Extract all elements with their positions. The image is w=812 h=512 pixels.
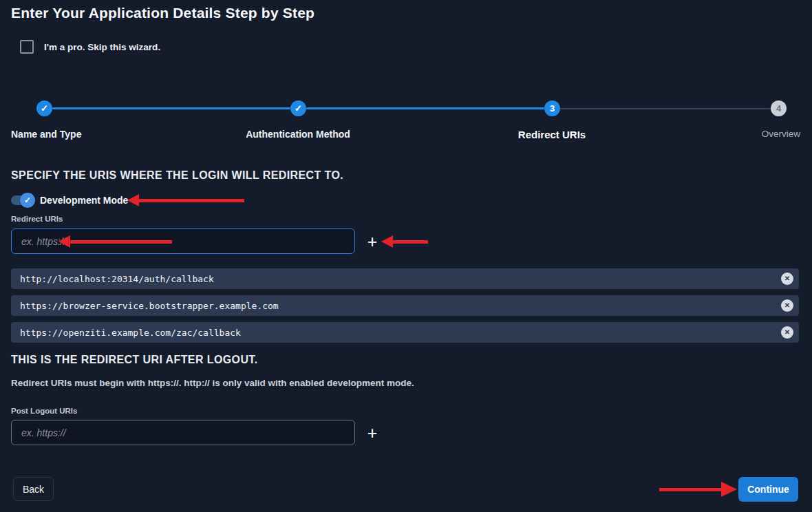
remove-uri-button[interactable]: ✕ [781,326,793,339]
post-logout-uri-input[interactable] [11,420,355,445]
continue-button[interactable]: Continue [738,477,798,502]
close-icon: ✕ [784,275,790,282]
arrow-head-icon [127,194,139,206]
skip-wizard-label: I'm a pro. Skip this wizard. [44,42,160,52]
arrow-tail [393,240,428,244]
step-3-label: Redirect URIs [518,129,586,140]
uri-row: https://browzer-service.bootstrapper.exa… [11,295,799,316]
close-icon: ✕ [784,302,790,309]
redirect-section-heading: SPECIFY THE URIS WHERE THE LOGIN WILL RE… [11,169,343,182]
page-title: Enter Your Application Details Step by S… [11,5,314,21]
step-number: 4 [776,104,781,113]
plus-icon: + [367,425,378,442]
development-mode-label: Development Mode [40,195,128,206]
skip-wizard-row: I'm a pro. Skip this wizard. [20,40,160,54]
step-number: 3 [550,104,555,113]
annotation-arrow-continue [659,482,737,497]
back-button[interactable]: Back [13,477,54,501]
add-redirect-uri-button[interactable]: + [363,233,381,250]
redirect-uri-input[interactable] [11,228,355,254]
logout-section-heading: THIS IS THE REDIRECT URI AFTER LOGOUT. [11,354,258,366]
step-4-circle: 4 [771,100,787,116]
step-1-label: Name and Type [11,129,81,140]
uri-text: https://openziti.example.com/zac/callbac… [11,328,241,338]
stepper-line-2 [306,107,544,109]
step-1-circle[interactable]: ✓ [36,100,52,116]
remove-uri-button[interactable]: ✕ [781,273,793,285]
redirect-uri-note: Redirect URIs must begin with https://. … [11,378,414,388]
check-icon: ✓ [295,104,302,113]
stepper-line-1 [52,107,290,109]
development-mode-toggle-row: ✓ Development Mode [11,192,128,209]
stepper-line-3 [560,108,771,109]
arrow-tail [659,488,721,491]
arrow-head-icon [381,235,393,248]
add-post-logout-uri-button[interactable]: + [363,424,381,442]
remove-uri-button[interactable]: ✕ [781,299,793,312]
arrow-head-icon [721,482,737,497]
annotation-arrow-dev-mode [127,194,244,206]
toggle-thumb: ✓ [20,193,35,208]
step-2-label: Authentication Method [246,129,350,140]
arrow-tail [139,199,244,202]
check-icon: ✓ [41,104,48,113]
uri-text: https://browzer-service.bootstrapper.exa… [11,301,279,311]
annotation-arrow-add-button [381,235,428,248]
plus-icon: + [367,233,378,250]
post-logout-uris-label: Post Logout URIs [11,407,77,415]
step-4-label: Overview [762,129,800,139]
step-2-circle[interactable]: ✓ [290,100,306,116]
redirect-uris-label: Redirect URIs [11,215,63,223]
uri-row: http://localhost:20314/auth/callback ✕ [11,268,799,289]
uri-row: https://openziti.example.com/zac/callbac… [11,322,799,343]
uri-text: http://localhost:20314/auth/callback [11,274,214,284]
development-mode-toggle[interactable]: ✓ [11,192,35,209]
check-icon: ✓ [24,195,31,205]
close-icon: ✕ [784,329,790,336]
step-3-circle[interactable]: 3 [544,100,560,116]
application-wizard-screen: Enter Your Application Details Step by S… [0,0,812,512]
skip-wizard-checkbox[interactable] [20,40,34,54]
